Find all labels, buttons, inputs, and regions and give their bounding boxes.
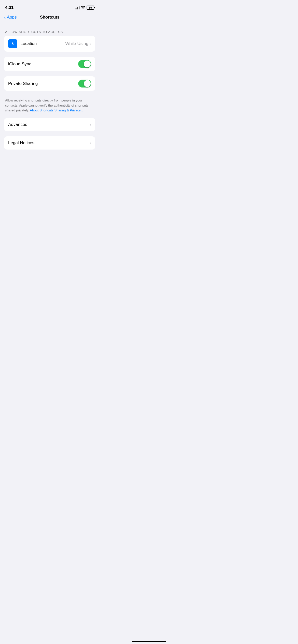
wifi-icon xyxy=(81,5,85,10)
location-row[interactable]: Location While Using › xyxy=(4,36,95,52)
icloud-sync-row[interactable]: iCloud Sync xyxy=(4,57,95,71)
allow-access-card: Location While Using › xyxy=(4,36,95,52)
private-sharing-label: Private Sharing xyxy=(8,81,78,86)
location-label: Location xyxy=(20,41,65,46)
section-header-allow-access: ALLOW SHORTCUTS TO ACCESS xyxy=(4,30,95,34)
legal-notices-label: Legal Notices xyxy=(8,140,90,145)
back-button[interactable]: ‹ Apps xyxy=(4,15,17,20)
private-sharing-toggle-knob xyxy=(84,80,91,87)
legal-notices-chevron-icon: › xyxy=(90,141,91,145)
icloud-sync-card: iCloud Sync xyxy=(4,57,95,71)
battery-level: 50 xyxy=(89,6,92,9)
legal-notices-card: Legal Notices › xyxy=(4,136,95,150)
private-sharing-description: Allow receiving shortcuts directly from … xyxy=(4,96,95,113)
back-label: Apps xyxy=(7,15,17,20)
icloud-sync-toggle[interactable] xyxy=(78,60,91,68)
location-app-icon xyxy=(8,39,17,48)
icloud-sync-toggle-knob xyxy=(84,61,91,67)
advanced-chevron-icon: › xyxy=(90,122,91,127)
status-bar: 4:31 50 xyxy=(0,0,99,13)
private-sharing-card: Private Sharing xyxy=(4,76,95,91)
advanced-card: Advanced › xyxy=(4,118,95,131)
status-time: 4:31 xyxy=(5,5,13,10)
content: ALLOW SHORTCUTS TO ACCESS Location While… xyxy=(0,23,99,150)
battery-icon: 50 xyxy=(87,6,94,10)
status-icons: 50 xyxy=(75,5,94,10)
legal-notices-row[interactable]: Legal Notices › xyxy=(4,136,95,150)
location-chevron-icon: › xyxy=(90,42,91,46)
icloud-sync-label: iCloud Sync xyxy=(8,62,78,67)
location-value: While Using xyxy=(65,41,88,46)
location-icon xyxy=(10,41,15,46)
page-title: Shortcuts xyxy=(40,15,60,20)
description-link[interactable]: About Shortcuts Sharing & Privacy... xyxy=(30,108,83,112)
nav-bar: ‹ Apps Shortcuts xyxy=(0,13,99,23)
back-chevron-icon: ‹ xyxy=(4,15,6,20)
advanced-label: Advanced xyxy=(8,122,90,127)
signal-icon xyxy=(75,6,79,9)
private-sharing-toggle[interactable] xyxy=(78,80,91,87)
private-sharing-row[interactable]: Private Sharing xyxy=(4,76,95,91)
advanced-row[interactable]: Advanced › xyxy=(4,118,95,131)
